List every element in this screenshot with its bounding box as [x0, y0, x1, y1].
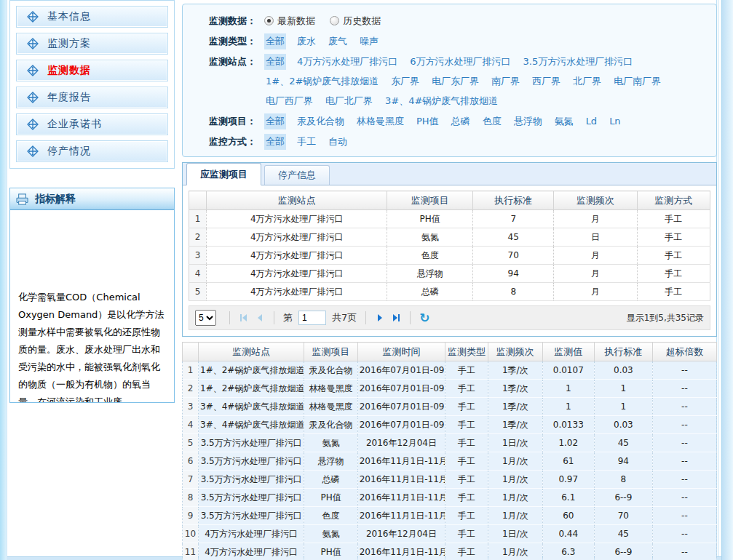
prev-page-icon[interactable]	[252, 310, 268, 326]
table-row[interactable]: 44万方污水处理厂排污口悬浮物94月手工	[189, 265, 710, 283]
radio-history-data[interactable]	[330, 16, 339, 25]
filter-option[interactable]: 东厂界	[389, 73, 421, 89]
first-page-icon[interactable]	[236, 310, 252, 326]
filter-option[interactable]: PH值	[415, 113, 440, 129]
tab-2[interactable]: 停产信息	[264, 165, 330, 185]
row-number: 3	[189, 247, 207, 265]
filter-option[interactable]: 1#、2#锅炉废气排放烟道	[264, 73, 380, 89]
column-header: 监测项目	[387, 191, 473, 210]
last-page-icon[interactable]	[388, 310, 404, 326]
table-row[interactable]: 33#、4#锅炉废气排放烟道林格曼黑度2016年07月01日-09手工1季/次1…	[183, 398, 717, 416]
sidebar-item-2[interactable]: 监测方案	[16, 33, 168, 55]
radio-latest-data-label[interactable]: 最新数据	[277, 15, 315, 26]
filter-option[interactable]: 南厂界	[490, 73, 521, 89]
filter-option[interactable]: 电厂南厂界	[612, 73, 662, 89]
filter-option[interactable]: 全部	[264, 54, 286, 70]
table-row[interactable]: 53.5万方污水处理厂排污口氨氮2016年12月04日手工1日/次1.0245-…	[183, 434, 717, 452]
filter-option[interactable]: 3#、4#锅炉废气排放烟道	[384, 93, 499, 109]
cell: --	[652, 471, 716, 489]
filter-option[interactable]: 悬浮物	[512, 113, 544, 129]
next-page-icon[interactable]	[372, 310, 388, 326]
filter-option[interactable]: 6万方污水处理厂排污口	[408, 54, 512, 70]
sidebar-item-4[interactable]: 年度报告	[16, 87, 168, 108]
table-row[interactable]: 104万方污水处理厂排污口氨氮2016年12月04日手工1日/次0.4445--	[183, 525, 717, 543]
cell: 氨氮	[387, 228, 473, 247]
filter-option[interactable]: 全部	[264, 33, 286, 49]
filter-option[interactable]: 色度	[481, 113, 503, 129]
cell: 0.0107	[542, 361, 594, 380]
table-row[interactable]: 63.5万方污水处理厂排污口悬浮物2016年11月1日-11月手工1月/次619…	[183, 452, 717, 471]
filter-option[interactable]: 总磷	[450, 113, 472, 129]
filter-row: 监测站点：全部4万方污水处理厂排污口6万方污水处理厂排污口3.5万方污水处理厂排…	[209, 52, 706, 111]
sidebar-item-1[interactable]: 基本信息	[16, 6, 168, 28]
filter-option[interactable]: Ld	[585, 113, 599, 129]
refresh-icon[interactable]: ↻	[419, 311, 429, 325]
filter-option[interactable]: 氨氮	[553, 113, 575, 129]
filter-option[interactable]: Ln	[608, 113, 622, 129]
table-row[interactable]: 34万方污水处理厂排污口色度70月手工	[189, 247, 710, 265]
filter-option[interactable]: 汞及化合物	[296, 113, 346, 129]
column-header: 监测时间	[357, 343, 445, 361]
cell: --	[652, 380, 716, 398]
filter-option[interactable]: 噪声	[358, 33, 380, 49]
table-row[interactable]: 24万方污水处理厂排污口氨氮45日手工	[189, 228, 710, 247]
page-number-input[interactable]	[298, 311, 326, 325]
radio-history-data-label[interactable]: 历史数据	[343, 15, 381, 26]
table-row[interactable]: 93.5万方污水处理厂排污口色度2016年11月1日-11月手工1月/次6070…	[183, 507, 717, 525]
sidebar-item-5[interactable]: 企业承诺书	[16, 113, 168, 135]
cell: 3.5万方污水处理厂排污口	[199, 507, 304, 525]
filter-option[interactable]: 北厂界	[571, 73, 603, 89]
column-header: 监测值	[542, 343, 594, 361]
cell: 氨氮	[304, 434, 357, 452]
filter-option[interactable]: 4万方污水处理厂排污口	[296, 54, 399, 70]
cell: 悬浮物	[304, 452, 357, 471]
cell: 手工	[445, 434, 488, 452]
sidebar-item-3[interactable]: 监测数据	[16, 60, 168, 81]
main-content: 监测数据： 最新数据 历史数据 监测类型：全部废水废气噪声监测站点：全部4万方污…	[182, 0, 717, 560]
filter-option[interactable]: 全部	[264, 134, 286, 150]
column-header: 监测站点	[207, 191, 387, 210]
cell: 4万方污水处理厂排污口	[199, 543, 304, 560]
filter-option[interactable]: 全部	[264, 113, 286, 129]
filter-option[interactable]: 电厂西厂界	[264, 93, 314, 109]
table-row[interactable]: 83.5万方污水处理厂排污口PH值2016年11月1日-11月手工1月/次6.1…	[183, 489, 717, 507]
cell: 2016年11月1日-11月	[357, 452, 445, 471]
filter-option[interactable]: 3.5万方污水处理厂排污口	[522, 54, 635, 70]
column-header	[183, 343, 199, 361]
page-size-select[interactable]: 5	[195, 310, 216, 326]
cell: 3.5万方污水处理厂排污口	[199, 471, 304, 489]
filter-option[interactable]: 自动	[327, 134, 349, 150]
table-row[interactable]: 114万方污水处理厂排污口PH值2016年11月1日-11月手工1月/次6.36…	[183, 543, 717, 560]
table-row[interactable]: 21#、2#锅炉废气排放烟道林格曼黑度2016年07月01日-09手工1季/次1…	[183, 380, 717, 398]
cell: 色度	[387, 247, 473, 265]
cell: 月	[554, 210, 638, 228]
cell: 2016年12月04日	[357, 525, 445, 543]
cell: 手工	[445, 471, 488, 489]
cell: 1季/次	[488, 416, 542, 434]
sidebar-item-6[interactable]: 停产情况	[16, 140, 168, 162]
table-row[interactable]: 54万方污水处理厂排污口总磷8月手工	[189, 283, 710, 301]
cell: 2016年12月04日	[357, 434, 445, 452]
tab-1[interactable]: 应监测项目	[186, 163, 261, 185]
table-row[interactable]: 43#、4#锅炉废气排放烟道汞及化合物2016年07月01日-09手工1季/次0…	[183, 416, 717, 434]
filter-option[interactable]: 西厂界	[531, 73, 562, 89]
cell: 1季/次	[488, 380, 542, 398]
row-number: 5	[183, 434, 199, 452]
radio-latest-data[interactable]	[264, 16, 274, 25]
sidebar-item-label: 企业承诺书	[47, 118, 102, 131]
filter-rows: 监测类型：全部废水废气噪声监测站点：全部4万方污水处理厂排污口6万方污水处理厂排…	[209, 31, 706, 151]
table-row[interactable]: 11#、2#锅炉废气排放烟道汞及化合物2016年07月01日-09手工1季/次0…	[183, 361, 717, 380]
cell: 手工	[445, 525, 488, 543]
table-row[interactable]: 73.5万方污水处理厂排污口总磷2016年11月1日-11月手工1月/次0.97…	[183, 471, 717, 489]
sidebar-nav-panel: 基本信息监测方案监测数据年度报告企业承诺书停产情况	[9, 0, 175, 169]
filter-option[interactable]: 电厂东厂界	[430, 73, 480, 89]
filter-option[interactable]: 电厂北厂界	[324, 93, 374, 109]
cell: 色度	[304, 507, 357, 525]
table-row[interactable]: 14万方污水处理厂排污口PH值7月手工	[189, 210, 710, 228]
compass-diamond-icon	[27, 38, 39, 49]
filter-option[interactable]: 废气	[327, 33, 349, 49]
filter-option[interactable]: 林格曼黑度	[355, 113, 405, 129]
filter-option[interactable]: 手工	[296, 134, 317, 150]
cell: 0.44	[542, 525, 594, 543]
filter-option[interactable]: 废水	[296, 33, 317, 49]
